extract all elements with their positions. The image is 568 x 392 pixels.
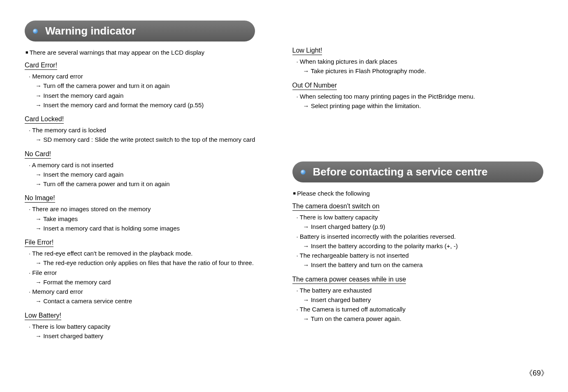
topic: Card Error!Memory card errorTurn off the… — [25, 62, 276, 110]
topic-title: Low Light! — [292, 47, 322, 55]
topic-action: Turn on the camera power again. — [292, 314, 544, 323]
topic-cause: When selecting too many printing pages i… — [292, 92, 544, 101]
warning-indicator-title: Warning indicator — [45, 25, 136, 37]
page: Warning indicator There are several warn… — [0, 0, 568, 359]
topic-cause: The rechargeable battery is not inserted — [292, 251, 544, 260]
topic-action: Contact a camera service centre — [25, 296, 276, 306]
topic-action: Turn off the camera power and turn it on… — [25, 81, 276, 90]
topic-cause: File error — [25, 268, 276, 277]
topic-title: Card Error! — [25, 62, 57, 70]
topic-action: Insert charged battery — [25, 331, 276, 341]
topic-cause: The Camera is turned off automatically — [292, 304, 544, 314]
topic: No Card!A memory card is not insertedIns… — [25, 150, 276, 189]
topic-cause: There is low battery capacity — [25, 322, 276, 331]
topic-action: Take images — [25, 214, 276, 224]
topic-title: File Error! — [25, 239, 53, 247]
topic-action: Insert the battery according to the pola… — [292, 241, 544, 251]
topic: No Image!There are no images stored on t… — [25, 194, 276, 233]
topic-action: Insert charged battery (p.9) — [292, 222, 544, 231]
topic-action: Insert a memory card that is holding som… — [25, 224, 276, 233]
service-centre-header: Before contacting a service centre — [292, 161, 544, 182]
topic-action: The red-eye reduction only applies on fi… — [25, 258, 276, 267]
topic-action: Insert the battery and turn on the camer… — [292, 260, 544, 270]
topic-cause: A memory card is not inserted — [25, 160, 276, 170]
topic-action: Select printing page within the limitati… — [292, 101, 544, 111]
topic-cause: The red-eye effect can't be removed in t… — [25, 249, 276, 258]
warning-indicator-header: Warning indicator — [25, 21, 255, 42]
topic: Out Of Number When selecting too many pr… — [292, 82, 544, 111]
topic-title: The camera power ceases while in use — [292, 276, 406, 284]
topic-action: SD memory card : Slide the write protect… — [25, 135, 276, 144]
topic: The camera doesn't switch onThere is low… — [292, 203, 544, 270]
topic-title: Low Battery! — [25, 312, 61, 320]
topic: The camera power ceases while in useThe … — [292, 276, 544, 324]
right-column: Low Light!When taking pictures in dark p… — [292, 21, 544, 346]
topic-action: Format the memory card — [25, 277, 276, 287]
service-centre-title: Before contacting a service centre — [313, 166, 488, 178]
left-column: Warning indicator There are several warn… — [25, 21, 276, 346]
topic-title: No Image! — [25, 194, 55, 203]
topic-action: Turn off the camera power and turn it on… — [25, 179, 276, 189]
topic-cause: Memory card error — [25, 287, 276, 296]
topic-title: Out Of Number — [292, 82, 337, 90]
topic: Card Locked!The memory card is lockedSD … — [25, 115, 276, 145]
left-topics: Card Error!Memory card errorTurn off the… — [25, 62, 276, 341]
topic: File Error!The red-eye effect can't be r… — [25, 239, 276, 306]
topic-title: No Card! — [25, 150, 51, 159]
spacer — [292, 116, 544, 161]
right-intro: Please check the following — [292, 190, 544, 197]
right-bottom-topics: The camera doesn't switch onThere is low… — [292, 203, 544, 324]
topic-cause: The battery are exhausted — [292, 286, 544, 295]
topic-cause: When taking pictures in dark places — [292, 57, 544, 66]
topic: Low Light!When taking pictures in dark p… — [292, 47, 544, 76]
page-number: 69 — [525, 368, 548, 378]
topic-action: Insert charged battery — [292, 295, 544, 304]
topic-cause: Memory card error — [25, 71, 276, 81]
right-top-topics: Low Light!When taking pictures in dark p… — [292, 47, 544, 111]
topic-title: The camera doesn't switch on — [292, 203, 380, 211]
topic-action: Insert the memory card again — [25, 170, 276, 179]
topic-cause: There is low battery capacity — [292, 212, 544, 222]
topic: Low Battery!There is low battery capacit… — [25, 312, 276, 341]
topic-action: Insert the memory card again — [25, 91, 276, 100]
right-top-spacer — [292, 21, 544, 47]
topic-cause: There are no images stored on the memory — [25, 204, 276, 214]
topic-title: Card Locked! — [25, 115, 64, 124]
topic-cause: The memory card is locked — [25, 125, 276, 135]
topic-cause: Battery is inserted incorrectly with the… — [292, 232, 544, 241]
left-intro: There are several warnings that may appe… — [25, 49, 276, 56]
topic-action: Take pictures in Flash Photography mode. — [292, 66, 544, 76]
topic-action: Insert the memory card and format the me… — [25, 100, 276, 110]
